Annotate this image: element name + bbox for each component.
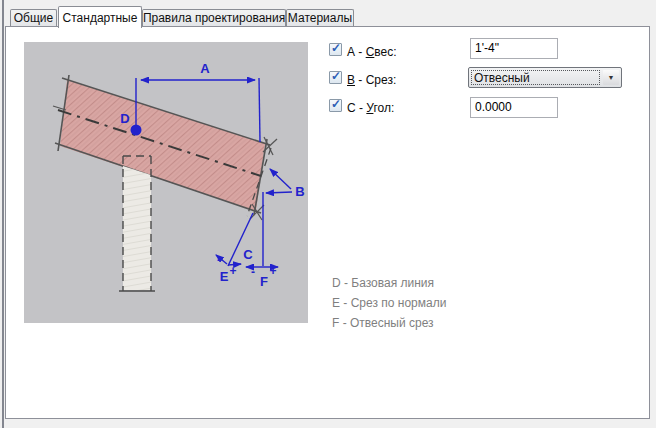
tab-materials[interactable]: Материалы <box>286 9 354 26</box>
tab-design-rules[interactable]: Правила проектирования <box>142 9 286 26</box>
sign-e-minus: - <box>217 253 221 267</box>
rafter-diagram-image: A D B C E F - + - + <box>24 42 308 323</box>
legend-item-d: D - Базовая линия <box>332 273 446 293</box>
label-text: вес: <box>374 45 396 59</box>
check-icon: ✓ <box>331 41 341 55</box>
baseline-point-d <box>131 125 142 136</box>
label-text: С - <box>347 101 366 115</box>
window-left-border <box>2 0 4 428</box>
legend-item-f: F - Отвесный срез <box>332 313 446 333</box>
tab-label: Стандартные <box>63 11 138 25</box>
rafter-board <box>53 75 277 220</box>
tab-general[interactable]: Общие <box>10 9 57 26</box>
check-icon: ✓ <box>331 69 341 83</box>
diagram-label-c: C <box>243 247 253 262</box>
diagram-label-f: F <box>260 274 268 289</box>
label-c-angle: С - Угол: <box>347 101 394 115</box>
label-text: гол: <box>373 101 394 115</box>
arrow-b-lower <box>266 192 292 193</box>
dropdown-b-cut[interactable]: Отвесный ▼ <box>468 67 622 88</box>
label-text: А - <box>347 45 366 59</box>
legend-item-e: E - Срез по нормали <box>332 293 446 313</box>
chevron-down-icon[interactable]: ▼ <box>603 70 619 85</box>
label-text: - Срез: <box>355 73 396 87</box>
checkbox-b-cut[interactable]: ✓ <box>329 71 342 84</box>
sign-f-plus: + <box>269 264 276 278</box>
tab-label: Материалы <box>288 11 352 25</box>
arrow-b-upper <box>270 169 291 189</box>
checkbox-a-overhang[interactable]: ✓ <box>329 43 342 56</box>
tab-label: Общие <box>14 11 53 25</box>
checkbox-c-angle[interactable]: ✓ <box>329 99 342 112</box>
label-accel: В <box>347 73 355 87</box>
diagram-label-e: E <box>220 269 229 284</box>
extension-line-right <box>259 78 260 142</box>
diagram-legend: D - Базовая линия E - Срез по нормали F … <box>332 273 446 333</box>
check-icon: ✓ <box>331 97 341 111</box>
input-c-angle[interactable]: 0.0000 <box>470 97 558 118</box>
tab-label: Правила проектирования <box>143 11 285 25</box>
support-post <box>119 156 155 291</box>
rafter-diagram-svg: A D B C E F - + - + <box>24 42 308 323</box>
dropdown-selected-value: Отвесный <box>469 71 530 85</box>
diagram-label-b: B <box>295 184 304 199</box>
tab-standard[interactable]: Стандартные <box>58 6 142 28</box>
input-a-overhang[interactable]: 1'-4" <box>470 38 558 59</box>
sign-e-plus: + <box>229 264 236 278</box>
diagram-label-a: A <box>200 61 210 76</box>
sign-f-minus: - <box>251 265 255 279</box>
label-b-cut: В - Срез: <box>347 73 396 87</box>
diagram-label-d: D <box>120 111 129 126</box>
label-a-overhang: А - Свес: <box>347 45 397 59</box>
